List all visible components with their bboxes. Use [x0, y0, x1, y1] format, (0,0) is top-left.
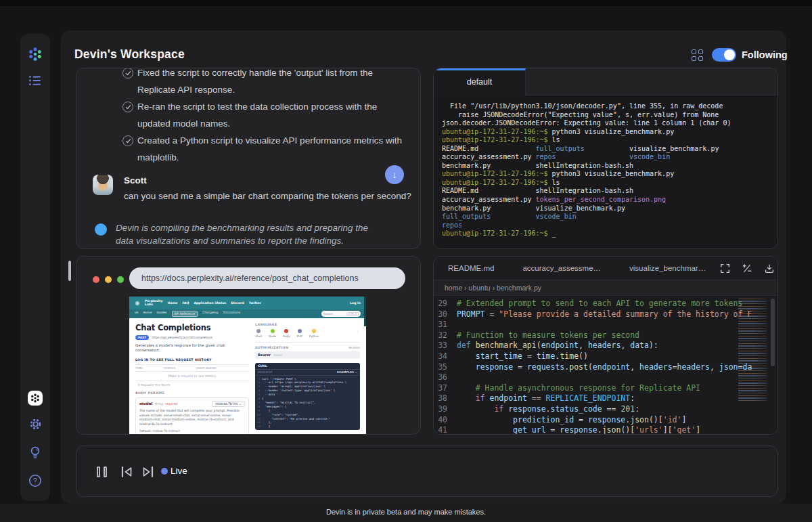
pp-search-box[interactable]: Search CTRL K — [321, 311, 361, 317]
following-toggle[interactable] — [712, 48, 736, 62]
live-indicator[interactable]: Live — [161, 466, 187, 476]
pp-nav-item[interactable]: FAQ — [182, 301, 189, 305]
devin-logo-icon[interactable] — [20, 46, 50, 62]
line-number: 30 — [434, 309, 457, 320]
pp-history-title: LOG IN TO SEE FULL REQUEST HISTORY — [135, 358, 249, 362]
download-icon[interactable] — [764, 263, 775, 274]
following-label: Following — [742, 49, 788, 60]
pp-subnav: v0HomeGuidesAPI ReferenceChangelogDiscus… — [129, 309, 366, 318]
skip-forward-button[interactable] — [141, 466, 156, 478]
pp-subnav-item[interactable]: v0 — [135, 311, 138, 317]
terminal-line: full_outputs vscode_bin — [442, 213, 769, 221]
pp-page-scrollbar[interactable] — [364, 297, 366, 326]
pp-auth-label: AUTHORIZATION — [255, 346, 288, 349]
user-message: can you send me a simple bar chart compa… — [124, 190, 411, 202]
maximize-icon[interactable] — [117, 276, 124, 283]
pp-nav-item[interactable]: Discord — [231, 301, 244, 305]
editor-minimap[interactable] — [738, 299, 767, 401]
language-icon — [256, 329, 261, 333]
editor-scrollbar[interactable] — [771, 299, 775, 366]
diff-icon[interactable] — [742, 263, 752, 274]
user-name: Scott — [124, 175, 411, 186]
close-icon[interactable] — [93, 276, 99, 283]
live-dot-icon — [161, 468, 168, 475]
code-lines[interactable]: 29# Extended prompt to send to each API … — [434, 296, 777, 434]
terminal-line: raise JSONDecodeError("Expecting value",… — [442, 111, 769, 120]
pp-param-description: The name of the model that will complete… — [139, 409, 245, 427]
pp-subnav-item[interactable]: Discussions — [223, 311, 241, 317]
pp-language-label: LANGUAGE — [255, 323, 360, 326]
editor-breadcrumb[interactable]: home › ubuntu › benchmark.py — [434, 280, 777, 296]
pp-subnav-item[interactable]: Changelog — [202, 311, 219, 317]
pp-model-select[interactable]: mistral-7b-ins ⌄ — [212, 401, 245, 407]
checklist-item: Fixed the script to correctly handle the… — [76, 68, 420, 99]
scroll-to-bottom-button[interactable]: ↓ — [385, 165, 404, 184]
pp-request-table: TIMESTATUSUSER AGENT Make a request to s… — [135, 364, 249, 387]
scroll-indicator[interactable] — [68, 261, 71, 281]
pp-search-shortcut: CTRL K — [346, 312, 359, 316]
code-line: 33def benchmark_api(endpoint, headers, d… — [434, 341, 777, 351]
ideas-lightbulb-icon[interactable] — [20, 445, 50, 460]
pp-description: Generates a model's response for the giv… — [135, 343, 249, 353]
code-line: 40 prediction_id = response.json()['id'] — [434, 415, 777, 426]
address-bar[interactable]: https://docs.perplexity.ai/reference/pos… — [129, 267, 405, 289]
chat-scroll-area[interactable]: Fixed the script to correctly handle the… — [76, 68, 420, 248]
terminal-line: accuracy_assessment.py tokens_per_second… — [442, 196, 769, 204]
avatar — [93, 175, 113, 195]
line-number: 34 — [434, 351, 457, 362]
checklist-item: Re-ran the script to test the data colle… — [76, 99, 420, 133]
pp-language-item[interactable]: Python — [309, 329, 319, 338]
pp-language-item[interactable]: PHP — [297, 329, 302, 338]
terminal-line: repos — [442, 221, 769, 230]
user-message-row: Scott can you send me a simple bar chart… — [76, 175, 420, 202]
perplexity-logo-icon — [135, 301, 140, 306]
terminal-line: File "/usr/lib/python3.10/json/decoder.p… — [442, 102, 769, 111]
pp-language-item[interactable]: Node — [269, 329, 276, 338]
line-number: 39 — [434, 404, 457, 415]
toggle-knob — [724, 49, 735, 60]
pp-method-badge: POST — [135, 335, 149, 340]
pp-table-empty: Make a request to see history — [135, 372, 249, 381]
skip-back-button[interactable] — [119, 466, 134, 478]
pp-nav-item[interactable]: Twitter — [249, 301, 261, 305]
pp-subnav-item[interactable]: Guides — [156, 311, 166, 317]
code-line: 32# Function to measure tokens per secon… — [434, 330, 777, 341]
fullscreen-icon[interactable] — [720, 263, 730, 274]
pp-languages: ShellNodeRubyPHPPython⋮ — [255, 329, 360, 338]
pp-subnav-item[interactable]: Home — [143, 311, 152, 317]
pp-nav-item[interactable]: Home — [167, 301, 177, 305]
terminal-output[interactable]: File "/usr/lib/python3.10/json/decoder.p… — [434, 95, 777, 248]
layout-grid-icon[interactable] — [692, 49, 703, 61]
playback-bar: Live — [76, 445, 778, 497]
pp-auth-type: BEARER — [348, 346, 360, 349]
editor-tab[interactable]: accuracy_assessme… — [508, 264, 615, 272]
pp-subnav-item[interactable]: API Reference — [172, 311, 198, 317]
terminal-tab-default[interactable]: default — [434, 68, 526, 95]
pp-language-item[interactable]: Shell — [255, 329, 262, 338]
pp-table-header: STATUS — [164, 366, 196, 370]
browser-viewport[interactable]: Perplexity Labs HomeFAQApplication Statu… — [129, 297, 366, 435]
pp-bearer-input[interactable]: Bearer token — [255, 351, 360, 359]
minimize-icon[interactable] — [105, 276, 112, 283]
pp-language-item[interactable]: Ruby — [283, 329, 290, 338]
help-icon[interactable]: ? — [20, 474, 50, 487]
pp-nav-item[interactable]: Application Status — [194, 301, 226, 305]
pp-curl-block: CURL REQUEST EXAMPLES ⌄ 1curl --request … — [255, 363, 360, 431]
pp-param-type: string — [154, 402, 163, 406]
pp-requests-note: 0 Requests This Month — [135, 381, 249, 387]
language-icon — [298, 329, 302, 333]
editor-tab[interactable]: visualize_benchmar… — [615, 264, 720, 272]
check-circle-icon — [122, 135, 133, 146]
devin-active-icon[interactable] — [28, 391, 43, 406]
editor-tab[interactable]: README.md — [434, 264, 508, 272]
settings-gear-icon[interactable] — [20, 417, 50, 431]
pp-login-link[interactable]: Log In — [350, 301, 361, 305]
pause-button[interactable] — [97, 466, 107, 477]
terminal-line: benchmark.py shellIntegration-bash.sh — [442, 162, 769, 171]
sessions-list-icon[interactable] — [20, 74, 50, 87]
pp-curl-code: 1curl --request POST \2 --url https://ap… — [255, 376, 360, 431]
pp-param-card: model string required mistral-7b-ins ⌄ T… — [135, 397, 249, 435]
language-name: Python — [309, 334, 319, 338]
more-options-icon[interactable]: ⋮ — [356, 329, 360, 334]
pp-examples-dropdown[interactable]: EXAMPLES ⌄ — [337, 370, 357, 374]
